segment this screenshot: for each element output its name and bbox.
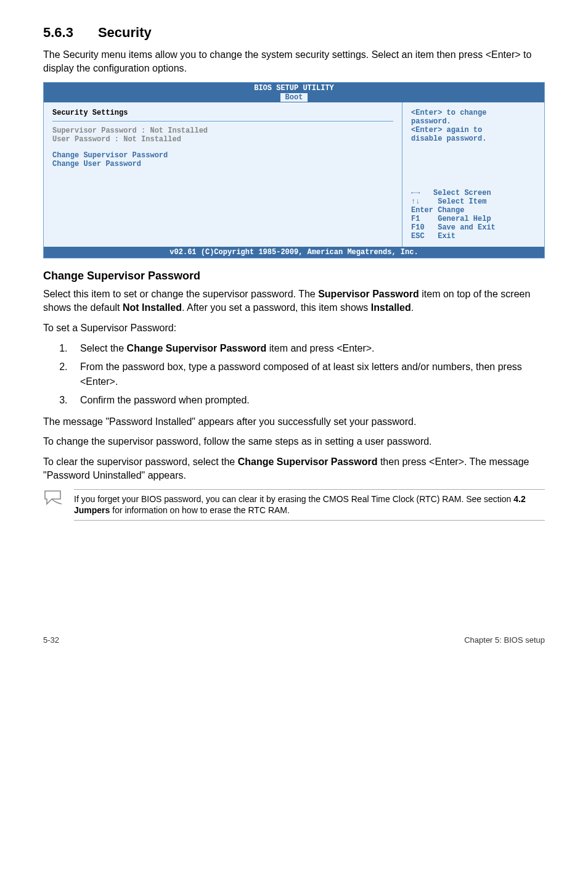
bios-nav-line: ESC Exit <box>411 232 536 241</box>
bios-user-status: User Password : Not Installed <box>52 135 393 144</box>
bios-help-line: password. <box>411 117 536 126</box>
bios-heading: Security Settings <box>52 109 393 117</box>
text: To clear the supervisor password, select… <box>43 456 238 467</box>
bios-title: BIOS SETUP UTILITY <box>44 84 544 93</box>
bios-nav-line: ↑↓ Select Item <box>411 197 536 206</box>
bios-nav-line: Enter Change <box>411 206 536 215</box>
bios-screenshot: BIOS SETUP UTILITY Boot Security Setting… <box>43 82 545 258</box>
section-number: 5.6.3 <box>43 25 73 41</box>
text-bold: Change Supervisor Password <box>127 343 267 353</box>
paragraph-5: To clear the supervisor password, select… <box>43 455 545 483</box>
page-number: 5-32 <box>43 635 59 645</box>
paragraph-3: The message "Password Installed" appears… <box>43 415 545 429</box>
bios-nav-keys: ←→ Select Screen ↑↓ Select Item Enter Ch… <box>411 189 536 241</box>
bios-nav-line: ←→ Select Screen <box>411 189 536 197</box>
text: Select the <box>80 343 127 353</box>
section-title: Security <box>98 25 152 40</box>
bios-footer: v02.61 (C)Copyright 1985-2009, American … <box>44 247 544 258</box>
bios-tab-boot: Boot <box>280 93 308 102</box>
list-item: From the password box, type a password c… <box>70 360 545 389</box>
note-block: If you forget your BIOS password, you ca… <box>43 489 545 521</box>
bios-help-line: <Enter> again to <box>411 126 536 134</box>
paragraph-2: To set a Supervisor Password: <box>43 321 545 335</box>
bios-divider <box>52 121 393 122</box>
note-icon <box>43 489 65 506</box>
text: If you forget your BIOS password, you ca… <box>74 494 513 504</box>
list-item: Select the Change Supervisor Password it… <box>70 341 545 356</box>
text-bold: Change Supervisor Password <box>238 456 378 467</box>
section-heading: 5.6.3Security <box>43 25 545 41</box>
subheading: Change Supervisor Password <box>43 270 545 283</box>
bios-help-text: <Enter> to change password. <Enter> agai… <box>411 109 536 176</box>
text: item and press <Enter>. <box>266 343 374 353</box>
text: . After you set a password, this item sh… <box>182 302 371 313</box>
text-bold: Not Installed <box>123 302 182 313</box>
text: for information on how to erase the RTC … <box>110 505 290 515</box>
bios-option-change-user: Change User Password <box>52 160 393 168</box>
bios-body: Security Settings Supervisor Password : … <box>44 102 544 247</box>
intro-paragraph: The Security menu items allow you to cha… <box>43 48 545 76</box>
text-bold: Supervisor Password <box>318 289 419 299</box>
chapter-label: Chapter 5: BIOS setup <box>464 635 545 645</box>
bios-option-change-supervisor: Change Supervisor Password <box>52 151 393 160</box>
note-text: If you forget your BIOS password, you ca… <box>74 489 545 521</box>
bios-nav-line: F10 Save and Exit <box>411 223 536 232</box>
bios-nav-line: F1 General Help <box>411 215 536 223</box>
page-footer: 5-32 Chapter 5: BIOS setup <box>43 632 545 645</box>
text: Select this item to set or change the su… <box>43 289 318 299</box>
bios-left-pane: Security Settings Supervisor Password : … <box>44 102 402 247</box>
bios-help-line: disable password. <box>411 134 536 143</box>
text-bold: Installed <box>371 302 411 313</box>
bios-right-pane: <Enter> to change password. <Enter> agai… <box>402 102 544 247</box>
paragraph-1: Select this item to set or change the su… <box>43 287 545 315</box>
text: . <box>411 302 414 313</box>
list-item: Confirm the password when prompted. <box>70 393 545 408</box>
paragraph-4: To change the supervisor password, follo… <box>43 435 545 448</box>
bios-supervisor-status: Supervisor Password : Not Installed <box>52 126 393 135</box>
bios-help-line: <Enter> to change <box>411 109 536 117</box>
numbered-list: Select the Change Supervisor Password it… <box>43 341 545 408</box>
bios-titlebar: BIOS SETUP UTILITY Boot <box>44 83 544 102</box>
